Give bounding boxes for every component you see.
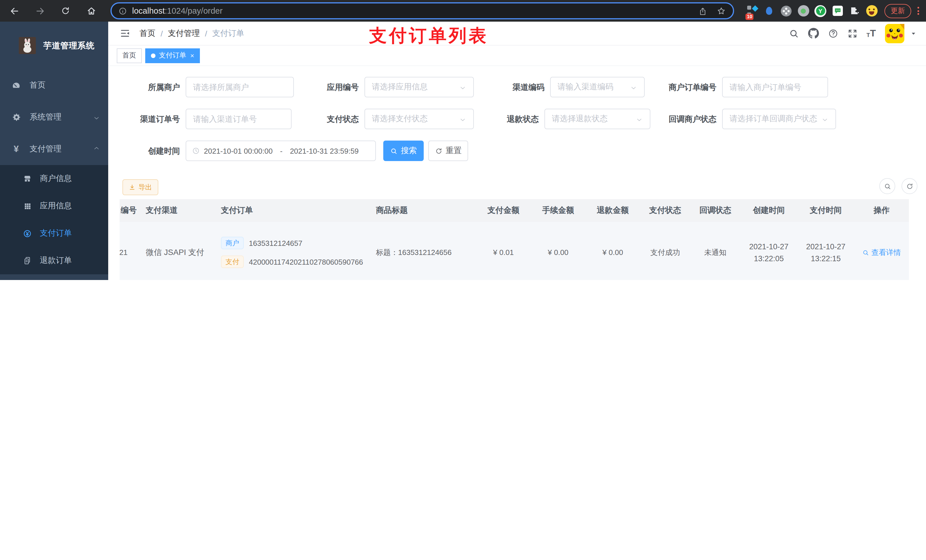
cell-actions: 查看详情 (854, 222, 909, 280)
extension-chat-icon[interactable] (831, 5, 843, 17)
toggle-search-button[interactable] (879, 178, 895, 194)
refresh-button[interactable] (902, 178, 917, 194)
screen: localhost:1024/pay/order 10 Y 更新 芋道管理系统 (0, 0, 926, 280)
created-time: 2021-10-27 13:22:05 (749, 240, 788, 264)
sidebar-item-label: 系统管理 (30, 112, 93, 122)
extension-clover-icon[interactable] (780, 5, 792, 17)
app-logo[interactable]: 芋道管理系统 (0, 22, 108, 69)
font-size-icon[interactable]: TT (867, 29, 876, 38)
paid-time: 2021-10-27 13:22:15 (806, 240, 846, 264)
merchant-input[interactable] (193, 83, 286, 92)
fullscreen-icon[interactable] (847, 28, 857, 38)
avatar[interactable] (885, 24, 904, 43)
cell-created: 2021-10-27 13:22:05 (740, 222, 797, 280)
table-header-cell: 支付订单 (213, 199, 368, 222)
notify-status-select[interactable]: 请选择订单回调商户状态 (722, 109, 836, 129)
shop-icon (23, 174, 32, 183)
extension-workspaces-icon[interactable]: 10 (746, 5, 758, 17)
date-range-input[interactable]: 2021-10-01 00:00:00 - 2021-10-31 23:59:5… (186, 140, 376, 161)
chevron-down-icon (459, 115, 466, 124)
app-select[interactable]: 请选择应用信息 (365, 77, 474, 97)
reset-button-label: 重置 (446, 146, 461, 156)
close-icon[interactable]: × (190, 52, 194, 59)
refund-status-select[interactable]: 请选择退款状态 (545, 109, 651, 129)
view-detail-link[interactable]: 查看详情 (862, 247, 901, 258)
chevron-down-icon (630, 83, 637, 92)
channel-order-no-input[interactable] (193, 115, 284, 124)
cell-notify: 未通知 (690, 222, 740, 280)
sidebar-item-app-info[interactable]: 应用信息 (0, 192, 108, 220)
browser-menu-icon[interactable] (917, 7, 919, 15)
export-button[interactable]: 导出 (123, 179, 158, 195)
sidebar-item-merchant-info[interactable]: 商户信息 (0, 165, 108, 192)
url-text: localhost:1024/pay/order (132, 6, 223, 15)
help-icon[interactable] (828, 28, 838, 38)
channel-code-select[interactable]: 请输入渠道编码 (550, 77, 645, 97)
payment-submenu: 商户信息 应用信息 支付订单 退款订单 (0, 165, 108, 274)
sidebar-item-label: 支付管理 (30, 144, 93, 154)
clock-icon (192, 147, 200, 155)
search-button[interactable]: 搜索 (383, 140, 424, 161)
hamburger-icon[interactable] (120, 28, 130, 39)
filter-app: 应用编号 请选择应用信息 (296, 77, 474, 97)
cell-id: 21 (120, 222, 138, 280)
address-bar[interactable]: localhost:1024/pay/order (110, 2, 734, 20)
table-header-cell: 退款金额 (586, 199, 640, 222)
top-navbar: 首页 / 支付管理 / 支付订单 TT (108, 22, 926, 45)
breadcrumb-separator: / (160, 29, 163, 38)
back-icon[interactable] (5, 2, 24, 20)
field-label: 商户订单编号 (649, 77, 716, 97)
cell-title: 标题：1635312124656 (368, 222, 476, 280)
pay-tag: 支付 (221, 255, 244, 268)
sidebar-item-pay-order[interactable]: 支付订单 (0, 220, 108, 247)
info-icon[interactable] (118, 6, 127, 15)
filter-channel-code: 渠道编码 请输入渠道编码 (484, 77, 645, 97)
home-icon[interactable] (82, 2, 101, 20)
github-icon[interactable] (808, 28, 819, 39)
sidebar-item-payment[interactable]: ¥ 支付管理 (0, 133, 108, 165)
table-header-cell: 支付金额 (476, 199, 531, 222)
select-placeholder: 请选择应用信息 (372, 82, 455, 92)
select-placeholder: 请选择退款状态 (552, 114, 632, 124)
forward-icon[interactable] (30, 2, 50, 20)
extension-record-icon[interactable] (797, 5, 809, 17)
breadcrumb-payment[interactable]: 支付管理 (168, 28, 200, 38)
search-icon[interactable] (788, 28, 799, 38)
browser-update-button[interactable]: 更新 (884, 4, 911, 18)
reload-icon[interactable] (56, 2, 75, 20)
extension-puzzle-icon[interactable] (849, 5, 861, 17)
extension-emoji-icon[interactable] (865, 5, 878, 17)
bookmark-star-icon[interactable] (716, 6, 726, 16)
sidebar: 芋道管理系统 首页 系统管理 ¥ 支付管理 (0, 22, 108, 280)
table-row: 21 微信 JSAPI 支付 商户1635312124657 支付4200001… (120, 222, 909, 280)
merchant-order-no-input[interactable] (729, 83, 821, 92)
filter-refund-status: 退款状态 请选择退款状态 (484, 109, 651, 129)
sidebar-item-home[interactable]: 首页 (0, 69, 108, 101)
grid-icon (23, 202, 32, 210)
date-separator: - (280, 146, 283, 155)
extension-balloon-icon[interactable] (763, 5, 775, 17)
table-body: 21 微信 JSAPI 支付 商户1635312124657 支付4200001… (120, 222, 909, 280)
share-icon[interactable] (698, 6, 707, 16)
pay-status-select[interactable]: 请选择支付状态 (365, 109, 474, 129)
field-label: 支付状态 (296, 109, 359, 129)
extension-y-icon[interactable]: Y (814, 5, 826, 17)
select-placeholder: 请选择支付状态 (372, 114, 455, 124)
breadcrumb-home[interactable]: 首页 (139, 28, 156, 38)
sidebar-item-system[interactable]: 系统管理 (0, 101, 108, 133)
filter-merchant-order-no: 商户订单编号 (649, 77, 828, 97)
reset-button[interactable]: 重置 (428, 140, 468, 161)
chevron-down-icon (93, 113, 100, 122)
sidebar-item-refund-order[interactable]: 退款订单 (0, 247, 108, 274)
tab-pay-order[interactable]: 支付订单× (145, 48, 200, 63)
content-area: 支付订单列表 首页 / 支付管理 / 支付订单 TT (108, 22, 926, 280)
breadcrumb-current: 支付订单 (212, 28, 244, 38)
caret-down-icon[interactable] (910, 28, 917, 38)
table-header-cell: 回调状态 (690, 199, 740, 222)
table-header-cell: 操作 (854, 199, 909, 222)
sidebar-item-infra[interactable]: 基础设施 (0, 274, 108, 280)
field-label: 渠道订单号 (120, 109, 180, 129)
tab-home[interactable]: 首页 (117, 48, 142, 63)
table-header-cell: 支付时间 (797, 199, 854, 222)
date-start: 2021-10-01 00:00:00 (204, 146, 272, 155)
